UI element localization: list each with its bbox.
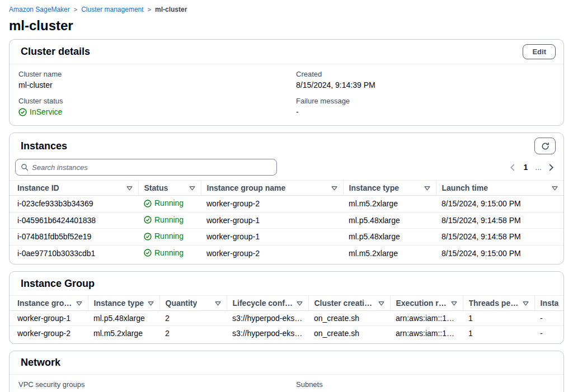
filter-icon[interactable] xyxy=(523,300,529,306)
instance-type-cell: ml.p5.48xlarge xyxy=(343,212,436,229)
filter-icon[interactable] xyxy=(76,300,82,306)
cluster-details-title: Cluster details xyxy=(21,46,90,58)
instance-group-cell: worker-group-1 xyxy=(201,212,343,229)
filter-icon[interactable] xyxy=(148,300,154,306)
col-instance-id[interactable]: Instance ID xyxy=(10,181,138,196)
network-fields: VPC security groups sg-09cd3f1ee4cb2e83f… xyxy=(10,375,563,392)
col-instance-type-label: Instance type xyxy=(349,183,399,192)
breadcrumb-link-cluster-management[interactable]: Cluster management xyxy=(81,6,143,13)
quantity-cell: 2 xyxy=(159,311,227,326)
status-badge: Running xyxy=(144,215,184,225)
instance-type-cell: ml.m5.2xlarge xyxy=(88,326,159,341)
group-name-cell: worker-group-2 xyxy=(10,326,88,341)
col-instance-group-name[interactable]: Instance group name xyxy=(10,296,88,311)
instance-group-card: Instance Group Instance group name Insta… xyxy=(9,271,564,344)
col-instance-truncated[interactable]: Insta xyxy=(534,296,563,311)
group-name-cell: worker-group-1 xyxy=(10,311,88,326)
breadcrumb-current: ml-cluster xyxy=(155,6,187,13)
col-cluster-creation-scripts[interactable]: Cluster creation scripts xyxy=(308,296,390,311)
col-launch-time-label: Launch time xyxy=(442,183,488,192)
col-instance-group-name[interactable]: Instance group name xyxy=(201,181,343,196)
search-input[interactable] xyxy=(32,163,271,172)
edit-button[interactable]: Edit xyxy=(523,44,556,59)
network-right-column: Subnets subnet-08f0b344fa0e1f92b xyxy=(296,380,555,392)
instance-type-cell: ml.m5.2xlarge xyxy=(343,196,436,212)
search-icon xyxy=(21,163,29,171)
status-badge: InService xyxy=(18,107,62,117)
refresh-button[interactable] xyxy=(534,138,556,154)
filter-icon[interactable] xyxy=(331,185,337,191)
cluster-name-field: Cluster name ml-cluster xyxy=(18,70,296,90)
table-row[interactable]: i-023cfe933b3b34369 Running worker-group… xyxy=(10,196,563,212)
status-cell: Running xyxy=(138,196,201,212)
col-instance-type[interactable]: Instance type xyxy=(88,296,159,311)
cluster-status-field: Cluster status InService xyxy=(18,97,296,119)
table-row[interactable]: i-074b81fdb5bf52e19 Running worker-group… xyxy=(10,229,563,245)
filter-icon[interactable] xyxy=(378,300,384,306)
col-status[interactable]: Status xyxy=(138,181,201,196)
instance-extra-cell: - xyxy=(534,311,563,326)
instances-toolbar: 1 ... xyxy=(10,159,563,180)
creation-scripts-cell: on_create.sh xyxy=(308,326,390,341)
instance-group-cell: worker-group-2 xyxy=(201,196,343,212)
subnets-field: Subnets subnet-08f0b344fa0e1f92b xyxy=(296,380,555,392)
col-instance-type[interactable]: Instance type xyxy=(343,181,436,196)
failure-message-value: - xyxy=(296,107,555,117)
pagination-page-1[interactable]: 1 xyxy=(521,162,531,173)
filter-icon[interactable] xyxy=(297,300,303,306)
col-label: Lifecycle configuration xyxy=(233,299,293,308)
table-row[interactable]: i-0ae97710b3033cdb1 Running worker-group… xyxy=(10,245,563,261)
col-label: Insta xyxy=(541,299,559,308)
table-row[interactable]: worker-group-2 ml.m5.2xlarge 2 s3://hype… xyxy=(10,326,563,341)
created-value: 8/15/2024, 9:14:39 PM xyxy=(296,81,555,90)
col-status-label: Status xyxy=(144,183,168,192)
filter-icon[interactable] xyxy=(451,300,457,306)
filter-icon[interactable] xyxy=(189,185,195,191)
filter-icon[interactable] xyxy=(552,185,558,191)
execution-role-cell: arn:aws:iam::1595... xyxy=(390,311,463,326)
status-badge: Running xyxy=(144,199,184,208)
filter-icon[interactable] xyxy=(126,185,133,191)
status-cell: Running xyxy=(138,212,201,229)
instance-extra-cell: - xyxy=(534,326,563,341)
instance-group-header: Instance Group xyxy=(10,272,563,295)
network-left-column: VPC security groups sg-09cd3f1ee4cb2e83f xyxy=(18,380,296,392)
col-execution-role[interactable]: Execution role xyxy=(390,296,463,311)
instance-id-cell: i-0ae97710b3033cdb1 xyxy=(10,245,138,261)
sagemaker-cluster-page: Amazon SageMaker > Cluster management > … xyxy=(0,0,573,392)
threads-per-core-cell: 1 xyxy=(463,311,534,326)
col-instance-id-label: Instance ID xyxy=(17,183,59,192)
col-label: Cluster creation scripts xyxy=(314,299,375,308)
cluster-status-label: Cluster status xyxy=(18,97,296,106)
network-title: Network xyxy=(21,357,60,369)
filter-icon[interactable] xyxy=(215,300,221,306)
chevron-left-icon xyxy=(510,164,515,171)
instances-header: Instances xyxy=(10,133,563,159)
failure-message-label: Failure message xyxy=(296,97,555,106)
instance-id-cell: i-074b81fdb5bf52e19 xyxy=(10,229,138,245)
col-launch-time[interactable]: Launch time xyxy=(436,181,563,196)
col-label: Quantity xyxy=(166,299,198,308)
instance-type-cell: ml.p5.48xlarge xyxy=(88,311,159,326)
chevron-right-icon: > xyxy=(74,6,77,13)
col-label: Execution role xyxy=(396,299,448,308)
failure-message-field: Failure message - xyxy=(296,97,555,117)
filter-icon[interactable] xyxy=(424,185,430,191)
table-row[interactable]: i-045961b6424401838 Running worker-group… xyxy=(10,212,563,229)
pagination-prev-button[interactable] xyxy=(507,162,518,173)
cluster-status-value: InService xyxy=(30,107,62,117)
breadcrumb-link-sagemaker[interactable]: Amazon SageMaker xyxy=(9,6,70,13)
table-row[interactable]: worker-group-1 ml.p5.48xlarge 2 s3://hyp… xyxy=(10,311,563,326)
col-quantity[interactable]: Quantity xyxy=(159,296,227,311)
launch-time-cell: 8/15/2024, 9:15:00 PM xyxy=(436,196,563,212)
instance-group-table-wrap: Instance group name Instance type Quanti… xyxy=(10,295,563,343)
vpc-security-groups-label: VPC security groups xyxy=(18,380,296,389)
launch-time-cell: 8/15/2024, 9:14:58 PM xyxy=(436,212,563,229)
pagination-next-button[interactable] xyxy=(546,162,557,173)
quantity-cell: 2 xyxy=(159,326,227,341)
col-threads-per-core[interactable]: Threads per core xyxy=(463,296,534,311)
instances-table-wrap: Instance ID Status Instance group name I… xyxy=(10,180,563,264)
col-lifecycle-configuration[interactable]: Lifecycle configuration xyxy=(227,296,308,311)
instances-table-header-row: Instance ID Status Instance group name I… xyxy=(10,181,563,196)
status-badge: Running xyxy=(144,248,184,258)
